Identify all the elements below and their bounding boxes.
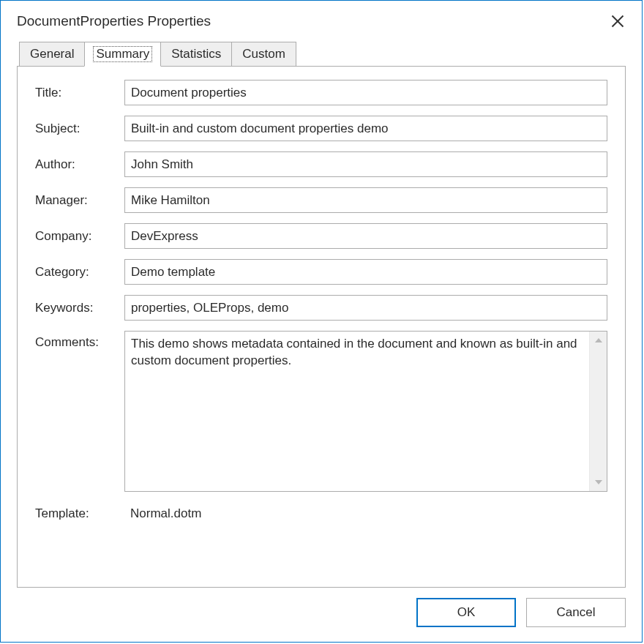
summary-panel: Title: Subject: Author: Manager: Company… (17, 66, 626, 588)
label-category: Category: (35, 265, 123, 280)
tab-statistics[interactable]: Statistics (160, 42, 232, 67)
titlebar: DocumentProperties Properties (1, 1, 642, 41)
chevron-up-icon (594, 336, 603, 345)
category-field[interactable] (124, 259, 607, 285)
svg-marker-3 (595, 480, 602, 484)
tab-strip: General Summary Statistics Custom (19, 41, 626, 66)
comments-wrapper (124, 331, 607, 492)
close-button[interactable] (607, 10, 629, 32)
dialog-buttons: OK Cancel (1, 588, 642, 642)
tab-general[interactable]: General (19, 42, 85, 67)
label-author: Author: (35, 157, 123, 172)
svg-marker-2 (595, 338, 602, 342)
chevron-down-icon (594, 478, 603, 487)
scroll-down-button[interactable] (590, 473, 607, 491)
company-field[interactable] (124, 223, 607, 249)
label-company: Company: (35, 229, 123, 244)
dialog-title: DocumentProperties Properties (17, 13, 211, 29)
document-properties-dialog: DocumentProperties Properties General Su… (0, 0, 643, 643)
label-title: Title: (35, 86, 123, 100)
template-value: Normal.dotm (124, 502, 607, 525)
label-comments: Comments: (35, 331, 123, 350)
label-keywords: Keywords: (35, 301, 123, 315)
tab-custom[interactable]: Custom (231, 42, 296, 67)
tab-summary[interactable]: Summary (84, 42, 161, 67)
scroll-up-button[interactable] (590, 332, 607, 349)
close-icon (610, 14, 625, 29)
label-manager: Manager: (35, 193, 123, 208)
label-subject: Subject: (35, 121, 123, 136)
ok-button[interactable]: OK (416, 598, 516, 627)
subject-field[interactable] (124, 116, 607, 141)
title-field[interactable] (124, 80, 607, 105)
dialog-content: General Summary Statistics Custom Title:… (1, 41, 642, 588)
keywords-field[interactable] (124, 295, 607, 321)
cancel-button[interactable]: Cancel (526, 598, 626, 627)
comments-scrollbar[interactable] (589, 332, 607, 491)
author-field[interactable] (124, 151, 607, 177)
summary-form: Title: Subject: Author: Manager: Company… (35, 80, 607, 525)
label-template: Template: (35, 506, 123, 521)
manager-field[interactable] (124, 187, 607, 213)
comments-field[interactable] (125, 332, 589, 491)
